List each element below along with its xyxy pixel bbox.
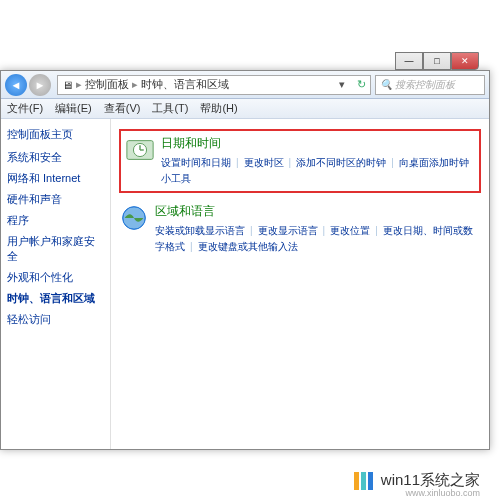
section-title[interactable]: 日期和时间: [161, 135, 475, 152]
breadcrumb[interactable]: 🖥 ▸ 控制面板 ▸ 时钟、语言和区域 ▾ ↻: [57, 75, 371, 95]
close-button[interactable]: ✕: [451, 52, 479, 70]
main-panel: 日期和时间设置时间和日期|更改时区|添加不同时区的时钟|向桌面添加时钟小工具区域…: [111, 119, 489, 449]
link-separator: |: [375, 225, 378, 236]
control-panel-window: — □ ✕ ◄ ► 🖥 ▸ 控制面板 ▸ 时钟、语言和区域 ▾ ↻ 🔍 搜索控制…: [0, 70, 490, 450]
sidebar-item[interactable]: 外观和个性化: [7, 270, 104, 285]
menu-edit[interactable]: 编辑(E): [55, 101, 92, 116]
menu-help[interactable]: 帮助(H): [200, 101, 237, 116]
search-placeholder: 搜索控制面板: [395, 78, 455, 92]
refresh-button[interactable]: ↻: [350, 78, 366, 91]
globe-icon: [119, 203, 149, 233]
breadcrumb-root[interactable]: 控制面板: [85, 77, 129, 92]
section-link[interactable]: 更改显示语言: [258, 225, 318, 236]
link-separator: |: [391, 157, 394, 168]
section-link[interactable]: 更改位置: [330, 225, 370, 236]
sidebar: 控制面板主页 系统和安全网络和 Internet硬件和声音程序用户帐户和家庭安全…: [1, 119, 111, 449]
section-link[interactable]: 更改键盘或其他输入法: [198, 241, 298, 252]
section-link[interactable]: 设置时间和日期: [161, 157, 231, 168]
section-title[interactable]: 区域和语言: [155, 203, 481, 220]
menu-file[interactable]: 文件(F): [7, 101, 43, 116]
maximize-button[interactable]: □: [423, 52, 451, 70]
category-section: 日期和时间设置时间和日期|更改时区|添加不同时区的时钟|向桌面添加时钟小工具: [119, 129, 481, 193]
footer-sub: www.xinluobo.com: [405, 488, 480, 498]
content-area: 控制面板主页 系统和安全网络和 Internet硬件和声音程序用户帐户和家庭安全…: [1, 119, 489, 449]
menubar: 文件(F) 编辑(E) 查看(V) 工具(T) 帮助(H): [1, 99, 489, 119]
breadcrumb-sep: ▸: [132, 78, 138, 91]
sidebar-title[interactable]: 控制面板主页: [7, 127, 104, 142]
minimize-button[interactable]: —: [395, 52, 423, 70]
search-input[interactable]: 🔍 搜索控制面板: [375, 75, 485, 95]
section-links: 安装或卸载显示语言|更改显示语言|更改位置|更改日期、时间或数字格式|更改键盘或…: [155, 223, 481, 255]
breadcrumb-current[interactable]: 时钟、语言和区域: [141, 77, 229, 92]
section-link[interactable]: 安装或卸载显示语言: [155, 225, 245, 236]
breadcrumb-sep: ▸: [76, 78, 82, 91]
breadcrumb-root-icon: 🖥: [62, 79, 73, 91]
section-link[interactable]: 添加不同时区的时钟: [296, 157, 386, 168]
sidebar-item[interactable]: 硬件和声音: [7, 192, 104, 207]
sidebar-item[interactable]: 时钟、语言和区域: [7, 291, 104, 306]
link-separator: |: [236, 157, 239, 168]
section-links: 设置时间和日期|更改时区|添加不同时区的时钟|向桌面添加时钟小工具: [161, 155, 475, 187]
footer: win11系统之家 www.xinluobo.com: [354, 471, 480, 490]
nav-forward-button[interactable]: ►: [29, 74, 51, 96]
titlebar: ◄ ► 🖥 ▸ 控制面板 ▸ 时钟、语言和区域 ▾ ↻ 🔍 搜索控制面板: [1, 71, 489, 99]
link-separator: |: [190, 241, 193, 252]
clock-icon: [125, 135, 155, 165]
menu-view[interactable]: 查看(V): [104, 101, 141, 116]
window-controls: — □ ✕: [395, 52, 479, 70]
sidebar-item[interactable]: 系统和安全: [7, 150, 104, 165]
sidebar-item[interactable]: 程序: [7, 213, 104, 228]
search-icon: 🔍: [380, 79, 392, 90]
nav-back-button[interactable]: ◄: [5, 74, 27, 96]
sidebar-item[interactable]: 轻松访问: [7, 312, 104, 327]
section-body: 日期和时间设置时间和日期|更改时区|添加不同时区的时钟|向桌面添加时钟小工具: [161, 135, 475, 187]
section-body: 区域和语言安装或卸载显示语言|更改显示语言|更改位置|更改日期、时间或数字格式|…: [155, 203, 481, 255]
link-separator: |: [250, 225, 253, 236]
category-section: 区域和语言安装或卸载显示语言|更改显示语言|更改位置|更改日期、时间或数字格式|…: [119, 203, 481, 255]
footer-logo: [354, 472, 373, 490]
link-separator: |: [289, 157, 292, 168]
section-link[interactable]: 更改时区: [244, 157, 284, 168]
sidebar-item[interactable]: 网络和 Internet: [7, 171, 104, 186]
sidebar-item[interactable]: 用户帐户和家庭安全: [7, 234, 104, 264]
menu-tools[interactable]: 工具(T): [152, 101, 188, 116]
link-separator: |: [323, 225, 326, 236]
breadcrumb-dropdown[interactable]: ▾: [334, 78, 350, 91]
